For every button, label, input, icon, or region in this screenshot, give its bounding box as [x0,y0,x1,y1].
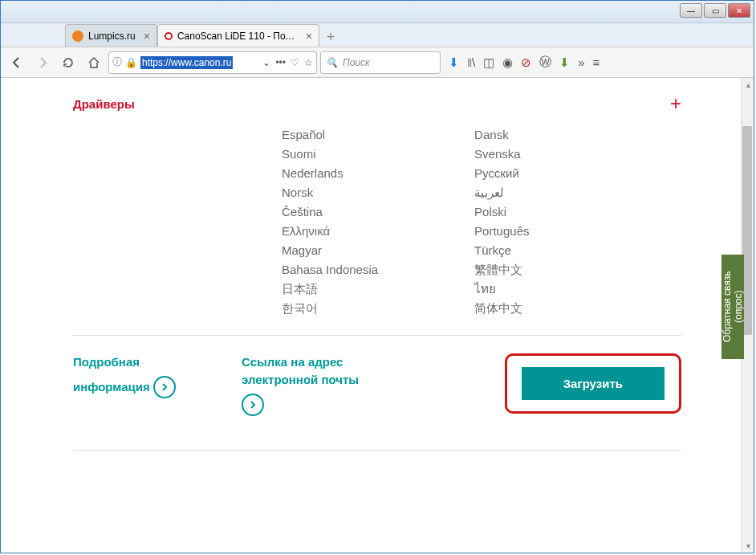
forward-button[interactable] [31,51,54,74]
language-option[interactable]: Magyar [282,242,378,259]
section-title: Драйверы [73,97,135,111]
feedback-side-tab[interactable]: Обратная связь (опрос) [721,255,744,359]
browser-tab-canon[interactable]: CanoScan LiDE 110 - Поддерж × [157,24,319,47]
action-row: Подробная информация Ссылка на адрес эле… [73,353,681,432]
window-titlebar: — ▭ ✕ [1,1,754,23]
url-text: https://www.canon.ru [140,56,233,69]
language-option[interactable]: Nederlands [282,165,378,182]
extension-icon[interactable]: ◉ [502,55,513,70]
tab-close-icon[interactable]: × [306,30,312,43]
reload-button[interactable] [57,51,79,74]
pocket-icon[interactable]: ♡ [291,57,299,68]
menu-icon[interactable]: ≡ [593,55,600,69]
language-option[interactable]: Español [282,126,378,144]
link-label: Подробная информация [73,355,150,394]
search-placeholder: Поиск [343,57,370,68]
url-bar[interactable]: ⓘ 🔒 https://www.canon.ru ⌄ ••• ♡ ☆ [108,51,317,74]
drivers-section-header[interactable]: Драйверы + [73,78,681,126]
window-close-button[interactable]: ✕ [728,3,750,18]
scroll-down-arrow[interactable]: ▾ [742,539,754,552]
dropdown-icon[interactable]: ⌄ [262,57,270,68]
browser-toolbar: ⓘ 🔒 https://www.canon.ru ⌄ ••• ♡ ☆ 🔍 Пои… [1,47,754,78]
bookmark-star-icon[interactable]: ☆ [304,57,313,68]
tab-title: CanoScan LiDE 110 - Поддерж [177,31,298,42]
language-option[interactable]: Norsk [282,184,378,202]
language-option[interactable]: Dansk [474,126,529,144]
language-list: Español Suomi Nederlands Norsk Čeština Ε… [73,126,681,317]
email-link[interactable]: Ссылка на адрес электронной почты [242,353,378,416]
chevron-right-icon [153,376,176,398]
download-button[interactable]: Загрузить [522,367,665,400]
language-option[interactable]: Português [474,222,529,240]
language-option[interactable]: 한국어 [282,300,378,317]
language-option[interactable]: ไทย [474,280,529,298]
language-option[interactable]: Polski [474,203,529,221]
download-indicator-icon[interactable]: ⬇ [449,55,459,70]
language-option[interactable]: 简体中文 [474,300,529,317]
browser-tab-lumpics[interactable]: Lumpics.ru × [65,24,157,47]
details-link[interactable]: Подробная информация [73,353,209,398]
overflow-icon[interactable]: » [578,55,584,69]
tab-title: Lumpics.ru [88,31,136,42]
scroll-up-arrow[interactable]: ▴ [742,78,754,91]
tab-favicon [165,32,173,40]
tab-bar: Lumpics.ru × CanoScan LiDE 110 - Поддерж… [1,23,754,47]
download-arrow-icon[interactable]: ⬇ [559,55,570,70]
sidebar-icon[interactable]: ◫ [483,55,494,70]
language-option[interactable]: لعربية [474,184,529,202]
language-column-1: Español Suomi Nederlands Norsk Čeština Ε… [282,126,378,317]
language-option[interactable]: Türkçe [474,242,529,259]
lock-icon: 🔒 [125,57,137,68]
extension-icon-2[interactable]: Ⓦ [539,55,551,70]
tab-favicon [72,31,83,42]
window-maximize-button[interactable]: ▭ [704,3,726,18]
language-option[interactable]: Русский [474,165,529,182]
language-option[interactable]: Bahasa Indonesia [282,261,378,279]
adblock-icon[interactable]: ⊘ [521,55,531,70]
library-icon[interactable]: ⦀\ [467,55,475,70]
back-button[interactable] [6,51,28,74]
language-column-2: Dansk Svenska Русский لعربية Polski Port… [474,126,529,317]
expand-plus-icon[interactable]: + [670,92,681,115]
browser-window: — ▭ ✕ Lumpics.ru × CanoScan LiDE 110 - П… [0,0,754,553]
language-option[interactable]: 日本語 [282,280,378,298]
divider [73,335,681,336]
page-content: ▴ ▾ Драйверы + Español Suomi Nederlands … [1,78,754,552]
page-actions-icon[interactable]: ••• [275,57,286,68]
site-info-icon[interactable]: ⓘ [112,55,122,69]
search-icon: 🔍 [326,57,338,68]
divider [73,450,681,451]
language-option[interactable]: Svenska [474,145,529,163]
link-label: Ссылка на адрес электронной почты [242,355,359,386]
language-option[interactable]: Čeština [282,203,378,221]
tab-close-icon[interactable]: × [144,30,150,43]
language-option[interactable]: Suomi [282,145,378,163]
download-highlight-box: Загрузить [505,353,681,414]
chevron-right-icon [242,394,264,416]
language-option[interactable]: Ελληνικά [282,222,378,240]
window-minimize-button[interactable]: — [680,3,702,18]
language-option[interactable]: 繁體中文 [474,261,529,279]
home-button[interactable] [83,51,105,74]
search-bar[interactable]: 🔍 Поиск [320,51,441,74]
new-tab-button[interactable]: + [319,27,342,47]
